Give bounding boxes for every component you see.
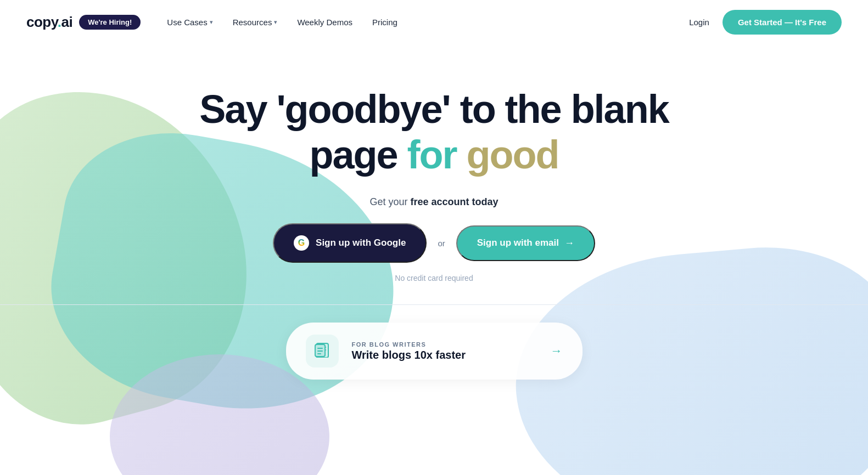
- hero-good-text: good: [467, 133, 559, 177]
- signup-google-button[interactable]: G Sign up with Google: [273, 223, 427, 263]
- section-divider: [0, 304, 868, 305]
- hero-title-line1: Say 'goodbye' to the blank: [199, 88, 668, 131]
- hero-title: Say 'goodbye' to the blank page forgood: [199, 88, 668, 177]
- hero-section: Say 'goodbye' to the blank page forgood …: [0, 44, 868, 475]
- feature-text: FOR BLOG WRITERS Write blogs 10x faster: [352, 341, 466, 361]
- arrow-right-icon: →: [564, 238, 574, 249]
- navigation: copy.ai We're Hiring! Use Cases ▾ Resour…: [0, 0, 868, 44]
- chevron-down-icon: ▾: [274, 19, 277, 26]
- nav-actions: Login Get Started — It's Free: [689, 10, 842, 35]
- blog-writers-icon: [314, 341, 331, 361]
- signup-email-button[interactable]: Sign up with email →: [456, 225, 595, 261]
- feature-card[interactable]: FOR BLOG WRITERS Write blogs 10x faster …: [286, 323, 583, 380]
- nav-links: Use Cases ▾ Resources ▾ Weekly Demos Pri…: [167, 18, 689, 27]
- or-text: or: [438, 239, 445, 248]
- hiring-badge[interactable]: We're Hiring!: [79, 15, 141, 30]
- login-button[interactable]: Login: [689, 18, 709, 27]
- chevron-down-icon: ▾: [210, 19, 213, 26]
- nav-use-cases[interactable]: Use Cases ▾: [167, 18, 212, 27]
- nav-resources[interactable]: Resources ▾: [233, 18, 278, 27]
- hero-for-text: for: [407, 133, 457, 177]
- feature-icon-wrap: [306, 335, 339, 367]
- google-icon: G: [294, 235, 309, 251]
- no-credit-text: No credit card required: [395, 274, 473, 282]
- hero-content: Say 'goodbye' to the blank page forgood …: [0, 44, 868, 380]
- hero-subtitle: Get your free account today: [369, 196, 498, 208]
- logo: copy.ai We're Hiring!: [26, 14, 141, 31]
- hero-title-line2: page forgood: [199, 133, 668, 177]
- feature-title: Write blogs 10x faster: [352, 349, 466, 361]
- get-started-button[interactable]: Get Started — It's Free: [723, 10, 842, 35]
- feature-label: FOR BLOG WRITERS: [352, 341, 466, 348]
- logo-text: copy.ai: [26, 14, 72, 31]
- feature-arrow-icon[interactable]: →: [551, 344, 563, 358]
- nav-pricing[interactable]: Pricing: [372, 18, 397, 27]
- nav-weekly-demos[interactable]: Weekly Demos: [297, 18, 352, 27]
- feature-card-row: FOR BLOG WRITERS Write blogs 10x faster …: [286, 323, 583, 380]
- cta-row: G Sign up with Google or Sign up with em…: [273, 223, 595, 263]
